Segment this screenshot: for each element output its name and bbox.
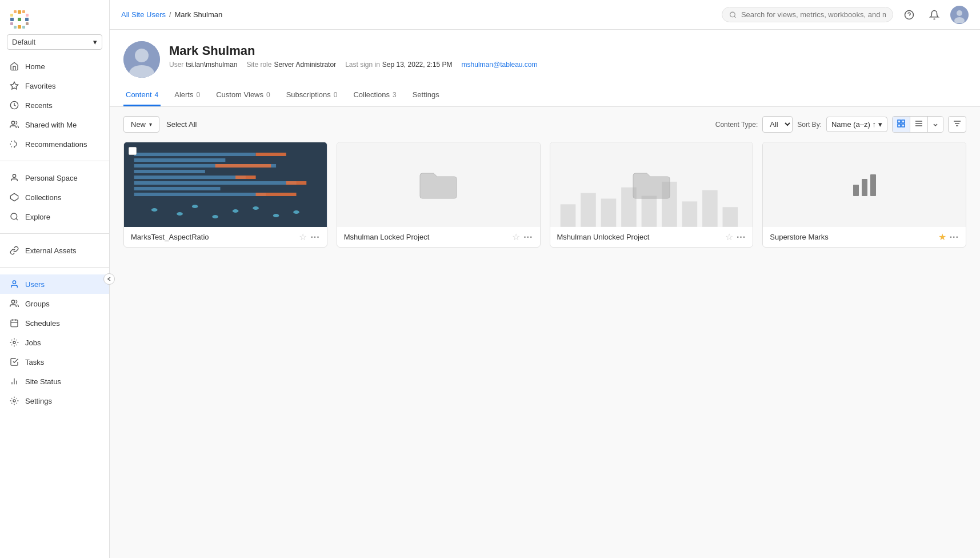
card-star-button[interactable]: ☆ bbox=[512, 232, 520, 242]
sidebar-item-groups[interactable]: Groups bbox=[0, 294, 109, 313]
sidebar-item-label: Favorites bbox=[25, 82, 55, 90]
sort-chevron-icon: ▾ bbox=[878, 120, 882, 129]
tab-collections[interactable]: Collections 3 bbox=[351, 85, 398, 106]
topbar: All Site Users / Mark Shulman bbox=[110, 0, 980, 30]
card-more-button[interactable]: ··· bbox=[737, 232, 746, 242]
tab-alerts-label: Alerts bbox=[174, 90, 193, 99]
search-input[interactable] bbox=[741, 10, 886, 19]
chevron-down-view-button[interactable] bbox=[928, 117, 943, 132]
svg-line-23 bbox=[16, 218, 18, 220]
nav-section-main: Home Favorites Recents Shared with Me bbox=[0, 54, 109, 156]
toolbar-left: New ▾ Select All bbox=[123, 116, 197, 133]
svg-point-75 bbox=[273, 214, 279, 217]
sort-by-dropdown[interactable]: Name (a–z) ↑ ▾ bbox=[826, 117, 887, 132]
bell-icon bbox=[929, 10, 939, 20]
site-selector[interactable]: Default ▾ bbox=[7, 34, 102, 50]
sidebar-item-label: Tasks bbox=[25, 358, 44, 366]
svg-rect-5 bbox=[14, 10, 17, 13]
tab-content-label: Content bbox=[126, 90, 152, 99]
svg-rect-88 bbox=[870, 174, 876, 196]
svg-rect-68 bbox=[256, 193, 297, 196]
svg-point-25 bbox=[11, 300, 14, 303]
breadcrumb-parent-link[interactable]: All Site Users bbox=[121, 10, 166, 19]
tab-alerts[interactable]: Alerts 0 bbox=[172, 85, 202, 106]
sidebar-item-collections[interactable]: Collections bbox=[0, 188, 109, 207]
svg-point-24 bbox=[13, 281, 15, 284]
svg-point-34 bbox=[13, 400, 15, 402]
profile-avatar bbox=[123, 41, 160, 78]
new-button[interactable]: New ▾ bbox=[123, 116, 159, 133]
svg-rect-85 bbox=[722, 207, 738, 227]
card-checkbox[interactable] bbox=[129, 147, 137, 155]
sidebar-item-label: External Assets bbox=[25, 246, 77, 255]
select-all-button[interactable]: Select All bbox=[166, 120, 197, 129]
svg-rect-66 bbox=[235, 176, 255, 179]
sidebar-item-schedules[interactable]: Schedules bbox=[0, 313, 109, 333]
sort-by-label: Sort By: bbox=[797, 121, 822, 129]
clock-icon bbox=[9, 100, 19, 110]
sidebar-item-recommendations[interactable]: Recommendations bbox=[0, 134, 109, 154]
tab-settings[interactable]: Settings bbox=[410, 85, 442, 106]
card-star-button[interactable]: ☆ bbox=[725, 232, 733, 242]
notifications-button[interactable] bbox=[925, 6, 943, 24]
card-more-button[interactable]: ··· bbox=[950, 232, 959, 242]
card-unlocked-project[interactable]: Mshulman Unlocked Project ☆ ··· bbox=[550, 142, 754, 248]
sidebar-item-tasks[interactable]: Tasks bbox=[0, 352, 109, 372]
card-marks-test[interactable]: MarksTest_AspectRatio ☆ ··· bbox=[123, 142, 327, 248]
card-more-button[interactable]: ··· bbox=[523, 232, 533, 242]
user-admin-icon bbox=[9, 279, 19, 289]
username-value: tsi.lan\mshulman bbox=[186, 61, 237, 69]
last-sign-in-value: Sep 13, 2022, 2:15 PM bbox=[382, 61, 453, 69]
nav-section-admin: Users Groups Schedules Jobs bbox=[0, 272, 109, 413]
card-star-button[interactable]: ☆ bbox=[299, 232, 307, 242]
card-thumbnail-workbook bbox=[763, 142, 966, 227]
grid-view-button[interactable] bbox=[893, 117, 910, 132]
email-link[interactable]: mshulman@tableau.com bbox=[462, 61, 538, 69]
svg-rect-56 bbox=[134, 153, 256, 156]
svg-marker-13 bbox=[10, 82, 18, 89]
card-thumbnail-folder-2 bbox=[550, 142, 753, 227]
sidebar-item-users[interactable]: Users bbox=[0, 274, 109, 294]
sidebar-item-explore[interactable]: Explore bbox=[0, 207, 109, 226]
content-toolbar: New ▾ Select All Content Type: All Sort … bbox=[123, 116, 966, 133]
main-content: New ▾ Select All Content Type: All Sort … bbox=[110, 107, 980, 558]
calendar-icon bbox=[9, 318, 19, 328]
card-star-button[interactable]: ★ bbox=[938, 232, 946, 242]
tab-content[interactable]: Content 4 bbox=[123, 85, 161, 106]
svg-point-70 bbox=[177, 212, 183, 216]
nav-divider-3 bbox=[0, 267, 109, 268]
sidebar-item-settings[interactable]: Settings bbox=[0, 391, 109, 410]
sidebar-item-personal[interactable]: Personal Space bbox=[0, 168, 109, 188]
tab-custom-views[interactable]: Custom Views 0 bbox=[214, 85, 273, 106]
sidebar-item-shared[interactable]: Shared with Me bbox=[0, 115, 109, 134]
site-role-value: Server Administrator bbox=[274, 61, 336, 69]
help-button[interactable] bbox=[900, 6, 918, 24]
settings-icon bbox=[9, 396, 19, 406]
dropdown-chevron-icon bbox=[933, 122, 938, 127]
sidebar-item-home[interactable]: Home bbox=[0, 57, 109, 76]
tab-subscriptions[interactable]: Subscriptions 0 bbox=[284, 85, 340, 106]
sidebar-item-jobs[interactable]: Jobs bbox=[0, 333, 109, 352]
sidebar-collapse-button[interactable] bbox=[103, 273, 115, 285]
sidebar-item-recents[interactable]: Recents bbox=[0, 95, 109, 115]
sidebar-item-external[interactable]: External Assets bbox=[0, 241, 109, 260]
search-bar[interactable] bbox=[722, 7, 893, 22]
card-name: Superstore Marks bbox=[770, 233, 938, 241]
sidebar-item-favorites[interactable]: Favorites bbox=[0, 76, 109, 95]
card-more-button[interactable]: ··· bbox=[310, 232, 319, 242]
card-thumbnail-viz bbox=[124, 142, 327, 227]
list-view-button[interactable] bbox=[910, 117, 928, 132]
svg-rect-45 bbox=[898, 120, 901, 123]
svg-point-74 bbox=[253, 206, 259, 210]
svg-rect-62 bbox=[134, 187, 221, 190]
user-avatar[interactable] bbox=[950, 6, 969, 24]
content-type-dropdown[interactable]: All bbox=[762, 116, 793, 133]
card-locked-project[interactable]: Mshulman Locked Project ☆ ··· bbox=[337, 142, 541, 248]
filter-button[interactable] bbox=[948, 116, 966, 133]
card-superstore[interactable]: Superstore Marks ★ ··· bbox=[762, 142, 966, 248]
svg-rect-67 bbox=[286, 181, 306, 185]
svg-point-43 bbox=[135, 49, 149, 62]
sidebar-item-site-status[interactable]: Site Status bbox=[0, 372, 109, 391]
svg-marker-21 bbox=[10, 193, 18, 201]
svg-point-69 bbox=[151, 208, 158, 212]
